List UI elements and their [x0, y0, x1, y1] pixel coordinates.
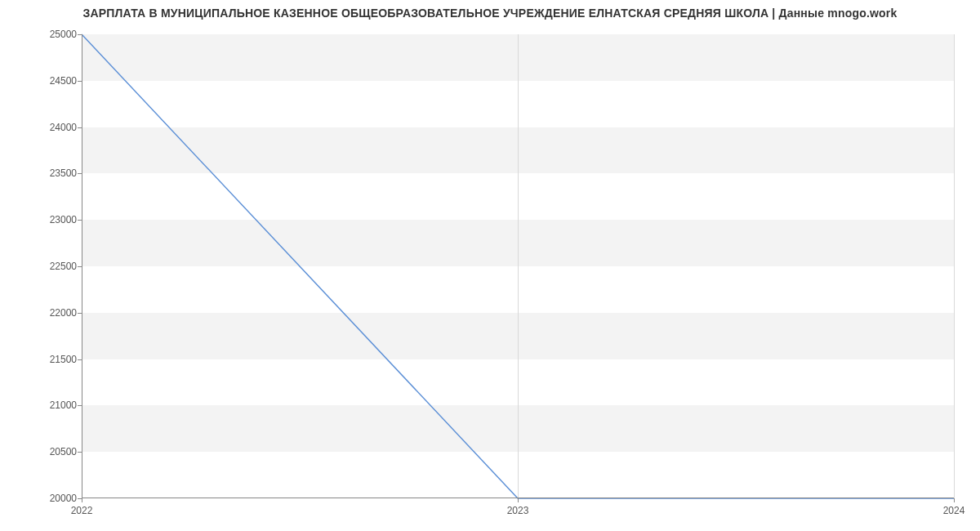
y-tick-label: 20500: [36, 446, 77, 457]
x-tick-mark: [518, 498, 519, 502]
y-tick-label: 23000: [36, 214, 77, 225]
y-axis: [82, 34, 82, 498]
y-tick-label: 21500: [36, 354, 77, 365]
x-axis: [82, 498, 954, 498]
y-tick-label: 24000: [36, 122, 77, 133]
x-tick-label: 2023: [507, 505, 529, 516]
y-tick-mark: [78, 498, 82, 499]
series-line: [82, 34, 954, 498]
y-tick-label: 22000: [36, 307, 77, 319]
chart-title: ЗАРПЛАТА В МУНИЦИПАЛЬНОЕ КАЗЕННОЕ ОБЩЕОБ…: [0, 7, 980, 20]
y-tick-label: 21000: [36, 399, 77, 411]
y-tick-label: 25000: [36, 29, 77, 40]
x-tick-mark: [82, 498, 82, 502]
y-tick-label: 20000: [36, 493, 77, 504]
y-tick-label: 22500: [36, 261, 77, 272]
x-tick-label: 2022: [71, 505, 93, 516]
line-layer: [82, 34, 954, 498]
x-tick-label: 2024: [943, 505, 965, 516]
plot-area: [82, 34, 954, 498]
y-tick-label: 24500: [36, 75, 77, 87]
x-tick-mark: [954, 498, 955, 502]
y-tick-label: 23500: [36, 167, 77, 179]
gridline-vertical: [954, 34, 955, 498]
